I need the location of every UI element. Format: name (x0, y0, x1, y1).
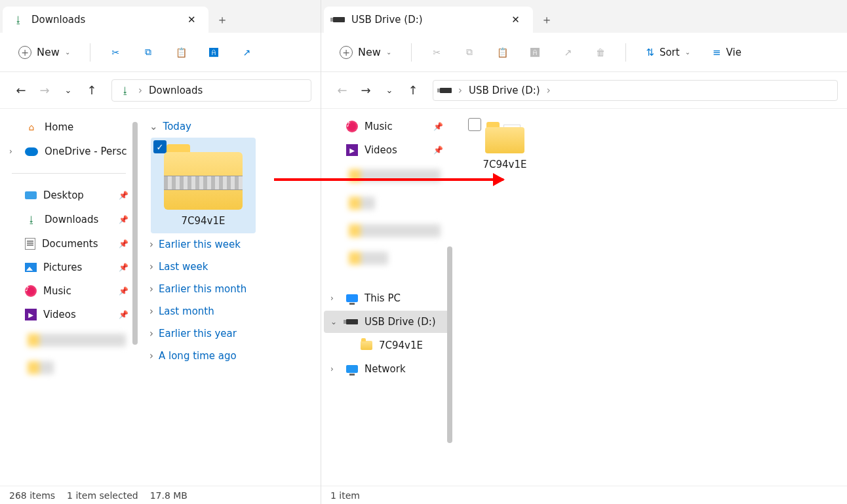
scissors-icon: ✂ (111, 47, 119, 58)
nav-recent[interactable]: ⌄ (56, 79, 80, 102)
sidebar-item-music[interactable]: ♪Music📌 (324, 115, 450, 138)
share-button[interactable]: ↗ (235, 41, 258, 64)
share-icon: ↗ (564, 47, 572, 58)
sidebar-item-music[interactable]: ♪Music📌 (3, 280, 135, 302)
new-button[interactable]: + New ⌄ (12, 42, 77, 63)
chevron-right-icon[interactable]: › (330, 364, 334, 374)
rename-icon: 🅰 (530, 47, 540, 58)
rename-button[interactable]: 🅰 (202, 41, 226, 64)
blurred-item (349, 224, 441, 237)
checkbox-empty[interactable] (468, 118, 481, 131)
group-label: A long time ago (159, 350, 237, 362)
sidebar-item-videos[interactable]: ▶Videos📌 (324, 139, 450, 161)
chevron-right-icon[interactable]: › (9, 147, 12, 156)
group-earlier-month[interactable]: ›Earlier this month (147, 278, 311, 300)
chevron-right-icon: › (149, 328, 153, 339)
close-icon[interactable]: ✕ (508, 12, 524, 28)
tab-title: USB Drive (D:) (351, 14, 423, 26)
address-bar-right[interactable]: › USB Drive (D:) › (433, 80, 838, 101)
nav-up[interactable]: ↑ (80, 79, 104, 102)
address-bar-left[interactable]: ⭳ › Downloads (111, 79, 311, 102)
sidebar-item-downloads[interactable]: ⭳Downloads📌 (3, 208, 135, 231)
rename-button[interactable]: 🅰 (523, 41, 547, 64)
paste-button[interactable]: 📋 (169, 41, 193, 64)
scrollbar[interactable] (447, 246, 452, 443)
view-button[interactable]: ≡ Vie (706, 43, 748, 62)
share-button[interactable]: ↗ (556, 41, 580, 64)
sidebar-item-usb-child[interactable]: 7C94v1E (324, 334, 450, 357)
nav-back[interactable]: ← (9, 79, 33, 102)
chevron-right-icon: › (149, 305, 153, 317)
nav-back[interactable]: ← (330, 79, 354, 102)
sidebar-item-desktop[interactable]: Desktop📌 (3, 184, 135, 206)
sidebar-item-home[interactable]: ⌂ Home (3, 115, 135, 139)
content-left[interactable]: ⌄ Today ✓ 7C94v1E ›Earlier this week ›La… (138, 109, 321, 486)
chevron-right-icon: › (547, 85, 551, 96)
sidebar-label: Network (364, 363, 406, 375)
nav-row-left: ← → ⌄ ↑ ⭳ › Downloads (0, 72, 321, 109)
sidebar-label: This PC (364, 292, 401, 304)
chevron-right-icon: › (458, 85, 462, 96)
sidebar-label: Videos (364, 144, 397, 156)
pin-icon: 📌 (119, 215, 128, 224)
view-label: Vie (726, 47, 741, 58)
delete-button[interactable]: 🗑 (589, 41, 612, 64)
nav-forward[interactable]: → (33, 79, 56, 102)
copy-button[interactable]: ⧉ (136, 41, 160, 64)
new-tab-button[interactable]: ＋ (208, 7, 236, 33)
sidebar-label: Music (43, 285, 71, 297)
cut-button[interactable]: ✂ (425, 41, 448, 64)
desktop-icon (25, 191, 37, 199)
sidebar-label: OneDrive - Persc (45, 145, 127, 157)
sidebar-item-documents[interactable]: Documents📌 (3, 233, 135, 255)
tab-bar-left: ⭳ Downloads ✕ ＋ (0, 0, 321, 33)
status-bar-right: 1 item (321, 486, 847, 504)
group-label: Earlier this week (159, 239, 241, 250)
cut-button[interactable]: ✂ (104, 41, 127, 64)
chevron-right-icon[interactable]: › (330, 294, 334, 303)
download-icon: ⭳ (119, 84, 132, 97)
group-earlier-week[interactable]: ›Earlier this week (147, 233, 311, 256)
group-last-week[interactable]: ›Last week (147, 256, 311, 278)
sidebar-right: ♪Music📌 ▶Videos📌 ›This PC ⌄USB Drive (D:… (321, 109, 452, 486)
group-last-month[interactable]: ›Last month (147, 300, 311, 322)
chevron-down-icon[interactable]: ⌄ (330, 317, 337, 326)
blurred-item (28, 361, 54, 374)
new-button[interactable]: + New ⌄ (333, 42, 398, 63)
usb-icon (333, 17, 345, 22)
nav-recent[interactable]: ⌄ (378, 79, 401, 102)
usb-icon (440, 88, 452, 93)
sidebar-label: Music (364, 121, 393, 132)
new-tab-button[interactable]: ＋ (533, 7, 561, 33)
new-label: New (358, 46, 381, 58)
sidebar-item-network[interactable]: ›Network (324, 358, 450, 380)
rename-icon: 🅰 (209, 47, 218, 58)
status-selected: 1 item selected (67, 490, 138, 501)
file-item-folder[interactable]: 7C94v1E (465, 115, 544, 177)
sidebar-item-usb-drive[interactable]: ⌄USB Drive (D:) (324, 311, 450, 333)
sidebar-item-onedrive[interactable]: › OneDrive - Persc (3, 140, 135, 163)
nav-up[interactable]: ↑ (401, 79, 425, 102)
sidebar-item-pictures[interactable]: Pictures📌 (3, 256, 135, 279)
sidebar-item-videos[interactable]: ▶Videos📌 (3, 303, 135, 326)
group-long-time-ago[interactable]: ›A long time ago (147, 345, 311, 367)
network-icon (346, 365, 358, 373)
nav-forward[interactable]: → (354, 79, 378, 102)
sidebar-item-this-pc[interactable]: ›This PC (324, 287, 450, 309)
picture-icon (25, 263, 37, 272)
file-item-zip[interactable]: ✓ 7C94v1E (151, 138, 256, 233)
blurred-item (349, 197, 375, 210)
paste-button[interactable]: 📋 (490, 41, 514, 64)
chevron-right-icon: › (149, 283, 153, 295)
scrollbar[interactable] (132, 122, 138, 345)
group-earlier-year[interactable]: ›Earlier this year (147, 322, 311, 345)
tab-usb-drive[interactable]: USB Drive (D:) ✕ (324, 7, 533, 33)
content-right[interactable]: 7C94v1E (452, 109, 847, 486)
group-today[interactable]: ⌄ Today (147, 115, 311, 138)
close-icon[interactable]: ✕ (184, 12, 199, 28)
copy-button[interactable]: ⧉ (458, 41, 481, 64)
sort-button[interactable]: ⇅ Sort ⌄ (639, 43, 697, 62)
home-icon: ⌂ (25, 121, 38, 134)
tab-downloads[interactable]: ⭳ Downloads ✕ (3, 7, 208, 33)
video-icon: ▶ (25, 309, 37, 320)
